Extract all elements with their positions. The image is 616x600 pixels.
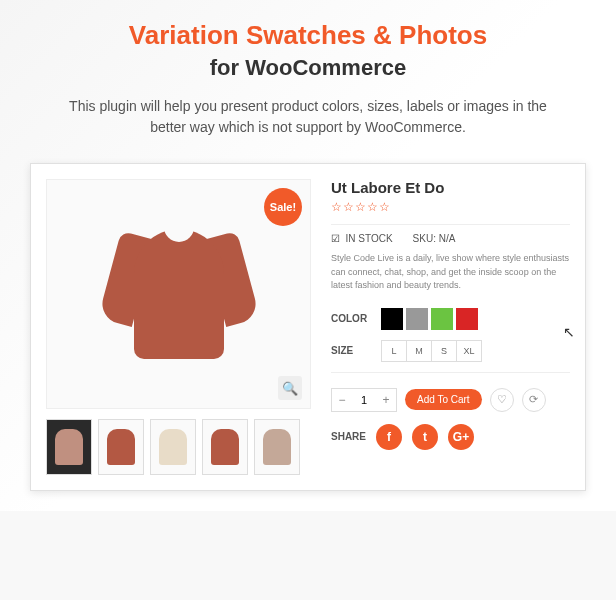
color-swatches <box>381 308 478 330</box>
product-description: Style Code Live is a daily, live show wh… <box>331 252 570 293</box>
divider <box>331 372 570 373</box>
size-label: SIZE <box>331 345 381 356</box>
page-heading: Variation Swatches & Photos for WooComme… <box>30 20 586 81</box>
thumbnail-2[interactable] <box>98 419 144 475</box>
color-attribute-row: COLOR <box>331 308 570 330</box>
main-product-image[interactable]: Sale! 🔍 <box>46 179 311 409</box>
thumbnail-4[interactable] <box>202 419 248 475</box>
divider <box>331 224 570 225</box>
size-attribute-row: SIZE L M S XL <box>331 340 570 362</box>
size-options: L M S XL <box>381 340 482 362</box>
title-sub: for WooCommerce <box>30 55 586 81</box>
stock-status: ☑ IN STOCK <box>331 233 393 244</box>
quantity-stepper: − 1 + <box>331 388 397 412</box>
rating-stars[interactable]: ☆☆☆☆☆ <box>331 200 570 214</box>
zoom-icon[interactable]: 🔍 <box>278 376 302 400</box>
share-row: SHARE f t G+ <box>331 424 570 450</box>
qty-minus-button[interactable]: − <box>332 389 352 411</box>
thumbnail-3[interactable] <box>150 419 196 475</box>
facebook-icon[interactable]: f <box>376 424 402 450</box>
sku-info: SKU: N/A <box>413 233 456 244</box>
add-to-cart-button[interactable]: Add To Cart <box>405 389 482 410</box>
color-swatch-black[interactable] <box>381 308 403 330</box>
wishlist-button[interactable]: ♡ <box>490 388 514 412</box>
color-swatch-red[interactable] <box>456 308 478 330</box>
twitter-icon[interactable]: t <box>412 424 438 450</box>
size-s[interactable]: S <box>431 340 457 362</box>
product-details: Ut Labore Et Do ☆☆☆☆☆ ☑ IN STOCK SKU: N/… <box>331 179 570 475</box>
color-label: COLOR <box>331 313 381 324</box>
thumbnail-row <box>46 419 311 475</box>
subtitle-text: This plugin will help you present produc… <box>30 96 586 138</box>
product-shirt-graphic <box>109 209 249 379</box>
stock-row: ☑ IN STOCK SKU: N/A <box>331 233 570 244</box>
thumbnail-1[interactable] <box>46 419 92 475</box>
color-swatch-grey[interactable] <box>406 308 428 330</box>
product-gallery: Sale! 🔍 <box>46 179 311 475</box>
size-l[interactable]: L <box>381 340 407 362</box>
compare-button[interactable]: ⟳ <box>522 388 546 412</box>
thumbnail-5[interactable] <box>254 419 300 475</box>
color-swatch-green[interactable] <box>431 308 453 330</box>
size-m[interactable]: M <box>406 340 432 362</box>
title-highlight: Variation Swatches & Photos <box>30 20 586 51</box>
qty-value: 1 <box>352 394 376 406</box>
share-label: SHARE <box>331 431 366 442</box>
qty-plus-button[interactable]: + <box>376 389 396 411</box>
google-plus-icon[interactable]: G+ <box>448 424 474 450</box>
check-icon: ☑ <box>331 233 340 244</box>
product-card: Sale! 🔍 Ut Labore Et Do ☆☆☆☆☆ <box>30 163 586 491</box>
cart-row: − 1 + Add To Cart ♡ ⟳ <box>331 388 570 412</box>
size-xl[interactable]: XL <box>456 340 482 362</box>
sale-badge: Sale! <box>264 188 302 226</box>
product-title: Ut Labore Et Do <box>331 179 570 196</box>
